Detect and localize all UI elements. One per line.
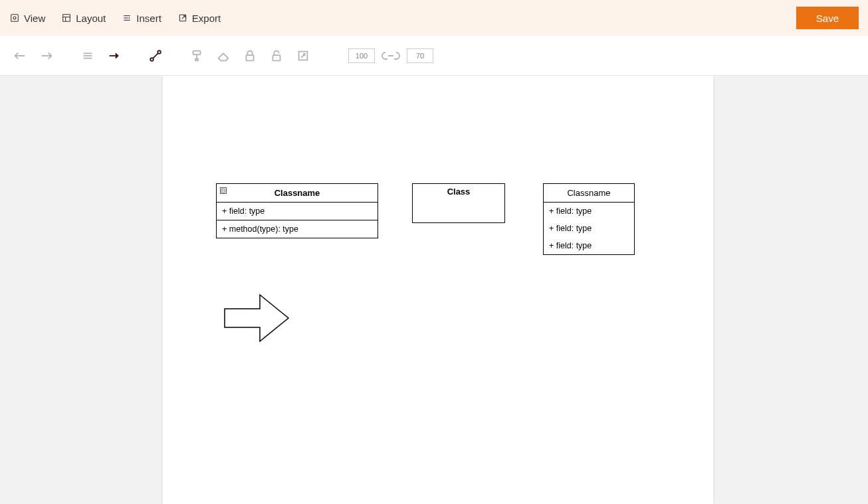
svg-rect-21 — [247, 55, 254, 60]
export-icon — [177, 13, 188, 23]
arrow-right-icon — [39, 48, 54, 63]
svg-point-17 — [158, 50, 161, 54]
connector-button[interactable] — [145, 45, 166, 66]
toolbar: 100 70 — [0, 36, 868, 76]
svg-point-16 — [150, 58, 154, 61]
menu-export-label: Export — [192, 13, 221, 24]
svg-line-18 — [153, 53, 158, 58]
menu-view[interactable]: View — [9, 13, 45, 24]
arrow-shape[interactable] — [223, 292, 290, 345]
svg-rect-20 — [195, 58, 198, 60]
erase-icon — [216, 48, 231, 63]
menu-layout-label: Layout — [76, 13, 106, 24]
expand-button[interactable] — [292, 45, 314, 66]
arrow-right-dark-icon — [107, 48, 122, 63]
uml1-method[interactable]: + method(type): type — [217, 220, 378, 238]
page-canvas[interactable]: ⊟ Classname + field: type + method(type)… — [163, 76, 713, 504]
svg-rect-19 — [193, 50, 201, 54]
undo-button[interactable] — [9, 45, 31, 66]
svg-rect-22 — [273, 55, 280, 60]
uml-class-shape-2[interactable]: Classname + field: type + field: type + … — [543, 183, 635, 255]
link-icon — [380, 49, 401, 62]
menubar: View Layout Insert Export Save — [0, 0, 868, 36]
arrow-style-button[interactable] — [104, 45, 125, 66]
expand-icon — [296, 48, 310, 63]
link-button[interactable] — [380, 49, 401, 62]
paint-button[interactable] — [186, 45, 207, 66]
menu-insert[interactable]: Insert — [122, 13, 162, 24]
menu-view-label: View — [24, 13, 45, 24]
insert-icon — [122, 13, 132, 23]
arrow-left-icon — [13, 48, 27, 63]
uml1-title[interactable]: Classname — [217, 184, 378, 202]
connector-icon — [148, 48, 163, 63]
paint-icon — [189, 48, 204, 63]
workspace: ⊟ Classname + field: type + method(type)… — [0, 76, 868, 504]
unlock-button[interactable] — [266, 45, 287, 66]
layout-icon — [61, 13, 72, 23]
uml2-field-0[interactable]: + field: type — [544, 203, 634, 220]
lines-icon — [80, 48, 95, 63]
svg-point-1 — [13, 17, 16, 19]
unlock-icon — [269, 48, 284, 63]
redo-button[interactable] — [36, 45, 57, 66]
save-button[interactable]: Save — [796, 7, 859, 29]
class-simple-shape[interactable]: Class — [412, 183, 505, 223]
uml2-title[interactable]: Classname — [544, 184, 634, 202]
menu-insert-label: Insert — [136, 13, 162, 24]
lock-button[interactable] — [239, 45, 261, 66]
uml2-field-2[interactable]: + field: type — [544, 237, 634, 254]
menu-layout[interactable]: Layout — [61, 13, 106, 24]
uml-class-shape-1[interactable]: ⊟ Classname + field: type + method(type)… — [216, 183, 378, 238]
lock-icon — [243, 48, 257, 63]
menu-export[interactable]: Export — [177, 13, 221, 24]
line-style-button[interactable] — [77, 45, 98, 66]
erase-button[interactable] — [213, 45, 234, 66]
opacity-input[interactable]: 70 — [407, 48, 433, 63]
uml2-field-1[interactable]: + field: type — [544, 220, 634, 237]
big-arrow-icon — [223, 292, 290, 345]
svg-rect-2 — [63, 15, 70, 22]
zoom-input[interactable]: 100 — [348, 48, 375, 63]
class-simple-title[interactable]: Class — [413, 187, 504, 197]
uml1-field[interactable]: + field: type — [217, 203, 378, 220]
svg-rect-0 — [11, 15, 19, 22]
menubar-left: View Layout Insert Export — [9, 13, 221, 24]
collapse-toggle[interactable]: ⊟ — [220, 187, 227, 194]
view-icon — [9, 13, 20, 23]
